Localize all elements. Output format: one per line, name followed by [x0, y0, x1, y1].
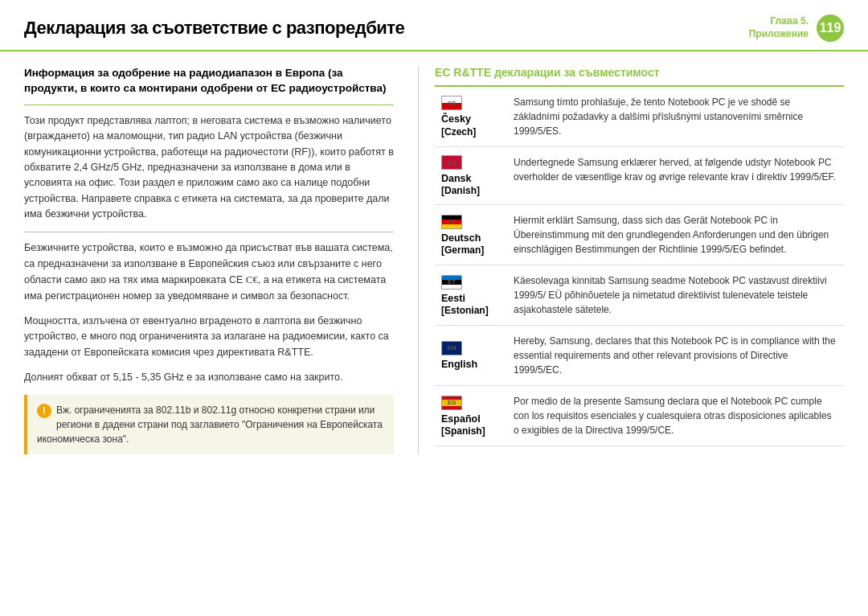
left-heading: Информация за одобрение на радиодиапазон…	[24, 66, 394, 97]
lang-description: Por medio de la presente Samsung declara…	[507, 386, 844, 446]
left-para4: Долният обхват от 5,15 - 5,35 GHz е за и…	[24, 370, 394, 385]
page-title: Декларация за съответствие с разпоредбит…	[24, 18, 404, 39]
table-row: CSČesky[Czech]Samsung tímto prohlašuje, …	[435, 87, 844, 147]
table-row: ENEnglishHereby, Samsung, declares that …	[435, 326, 844, 386]
lang-cell: ETEesti[Estonian]	[435, 265, 507, 326]
lang-name: Deutsch	[441, 232, 501, 244]
right-column: EC R&TTE декларации за съвместимост CSČe…	[418, 66, 844, 454]
language-table: CSČesky[Czech]Samsung tímto prohlašuje, …	[435, 87, 844, 446]
small-divider	[24, 232, 394, 232]
table-row: DEDeutsch[German]Hiermit erklärt Samsung…	[435, 205, 844, 265]
lang-description: Samsung tímto prohlašuje, že tento Noteb…	[507, 87, 844, 147]
page-header: Декларация за съответствие с разпоредбит…	[0, 0, 868, 51]
appendix-label: Приложение	[749, 28, 809, 41]
chapter-label: Глава 5.	[749, 15, 809, 28]
right-heading: EC R&TTE декларации за съвместимост	[435, 66, 844, 79]
flag-en: EN	[441, 341, 462, 355]
lang-cell: ENEnglish	[435, 326, 507, 386]
main-content: Информация за одобрение на радиодиапазон…	[0, 66, 868, 454]
table-row: DADansk[Danish]Undertegnede Samsung erkl…	[435, 147, 844, 205]
lang-cell: CSČesky[Czech]	[435, 87, 507, 147]
lang-bracket: [Danish]	[441, 185, 501, 196]
page-number: 119	[817, 14, 844, 42]
lang-description: Hereby, Samsung, declares that this Note…	[507, 326, 844, 386]
lang-bracket: [Czech]	[441, 126, 501, 138]
table-row: ESEspañol[Spanish]Por medio de la presen…	[435, 386, 844, 446]
info-box-text: Вж. ограниченията за 802.11b и 802.11g о…	[37, 405, 383, 445]
left-para3: Мощността, излъчена от евентуално вграде…	[24, 314, 394, 360]
left-column: Информация за одобрение на радиодиапазон…	[24, 66, 418, 454]
flag-es: ES	[441, 396, 462, 410]
section-divider	[24, 105, 394, 105]
left-para1: Този продукт представлява лаптоп; в него…	[24, 113, 394, 223]
chapter-info: Глава 5. Приложение 119	[749, 14, 844, 42]
table-row: ETEesti[Estonian]Käesolevaga kinnitab Sa…	[435, 265, 844, 326]
lang-cell: ESEspañol[Spanish]	[435, 386, 507, 446]
info-box: ! Вж. ограниченията за 802.11b и 802.11g…	[24, 395, 394, 454]
left-para2: Безжичните устройства, които е възможно …	[24, 240, 394, 304]
info-icon: !	[37, 404, 51, 418]
flag-cs: CS	[441, 96, 462, 110]
lang-description: Käesolevaga kinnitab Samsung seadme Note…	[507, 265, 844, 326]
flag-da: DA	[441, 155, 462, 170]
lang-name: Dansk	[441, 172, 501, 185]
lang-cell: DEDeutsch[German]	[435, 205, 507, 265]
lang-bracket: [Spanish]	[441, 425, 501, 437]
flag-de: DE	[441, 215, 462, 229]
lang-name: English	[441, 358, 501, 371]
lang-bracket: [Estonian]	[441, 305, 501, 316]
lang-name: Español	[441, 413, 501, 425]
flag-et: ET	[441, 275, 462, 290]
lang-name: Česky	[441, 113, 501, 125]
lang-description: Undertegnede Samsung erklærer herved, at…	[507, 147, 844, 205]
page-container: Декларация за съответствие с разпоредбит…	[0, 0, 868, 616]
lang-cell: DADansk[Danish]	[435, 147, 507, 205]
lang-name: Eesti	[441, 292, 501, 305]
lang-description: Hiermit erklärt Samsung, dass sich das G…	[507, 205, 844, 265]
lang-bracket: [German]	[441, 244, 501, 256]
